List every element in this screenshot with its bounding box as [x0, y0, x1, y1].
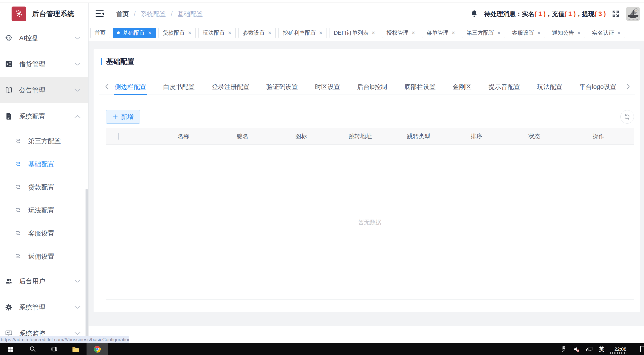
logo-row: 后台管理系统 — [0, 3, 88, 25]
status-url: https://admin.topcreditlnt.com/#/bussine… — [1, 337, 129, 342]
sidebar-item-basic-config[interactable]: 基础配置 — [0, 153, 88, 176]
tab-home[interactable]: 首页 — [90, 28, 110, 38]
subtab-whitepaper-config[interactable]: 白皮书配置 — [163, 83, 195, 91]
basic-config-card: 基础配置 侧边栏配置 白皮书配置 登录注册配置 验证码设置 时区设置 后台ip控… — [94, 49, 640, 312]
checkbox-icon[interactable] — [118, 133, 119, 140]
close-tab-icon[interactable] — [577, 30, 581, 36]
pending-messages: 待处理消息： 实名 ( 1 ) ， 充值 ( 1 ) ， 提现 ( 3 ) — [484, 10, 606, 18]
subtab-timezone-settings[interactable]: 时区设置 — [315, 83, 340, 91]
file-explorer-button[interactable] — [65, 343, 87, 355]
subtab-play-config[interactable]: 玩法配置 — [537, 83, 562, 91]
sidebar-item-announcements[interactable]: 公告管理 — [0, 77, 88, 103]
subtab-footer-settings[interactable]: 底部栏设置 — [404, 83, 436, 91]
close-tab-icon[interactable] — [412, 30, 415, 36]
robot-icon — [5, 34, 13, 42]
tab-label: 参数设置 — [243, 29, 265, 37]
tab-third-party-config[interactable]: 第三方配置 — [462, 28, 505, 38]
scroll-tabs-left-icon[interactable] — [104, 84, 110, 90]
close-tab-icon[interactable] — [319, 30, 323, 36]
sidebar-item-customer-service[interactable]: 客服设置 — [0, 222, 88, 245]
breadcrumb-home[interactable]: 首页 — [116, 10, 129, 18]
fullscreen-icon[interactable] — [612, 10, 620, 18]
clock-date-clipped — [610, 352, 626, 354]
tab-label: DEFI订单列表 — [334, 29, 369, 37]
search-button[interactable] — [22, 343, 43, 355]
sidebar-item-system-config[interactable]: 系统配置 — [0, 103, 88, 129]
close-tab-icon[interactable] — [228, 30, 231, 36]
sidebar-item-admin-users[interactable]: 后台用户 — [0, 268, 88, 294]
tab-label: 实名认证 — [592, 29, 614, 37]
sidebar-scrollbar[interactable] — [86, 189, 88, 342]
subtab-platform-logo-settings[interactable]: 平台logo设置 — [579, 83, 616, 91]
chevron-down-icon — [74, 88, 81, 92]
select-all-checkbox[interactable] — [106, 133, 131, 140]
table-toolbar: 新增 — [106, 110, 634, 124]
sidebar-item-label: 借贷管理 — [19, 60, 45, 69]
subtab-login-register-config[interactable]: 登录注册配置 — [212, 83, 249, 91]
subtab-captcha-settings[interactable]: 验证码设置 — [266, 83, 298, 91]
close-tab-icon[interactable] — [268, 30, 271, 36]
sidebar-item-ai-dashboard[interactable]: AI控盘 — [0, 25, 88, 51]
collapse-menu-icon[interactable] — [95, 10, 105, 18]
subtab-diamond-zone[interactable]: 金刚区 — [453, 83, 472, 91]
task-view-button[interactable] — [43, 343, 65, 355]
tab-play-config[interactable]: 玩法配置 — [198, 28, 236, 38]
sidebar-item-system-management[interactable]: 系统管理 — [0, 294, 88, 320]
close-tab-icon[interactable] — [537, 30, 541, 36]
branch-icon — [15, 138, 21, 144]
pending-msg-label: 充值 — [552, 10, 565, 18]
close-tab-icon[interactable] — [617, 30, 621, 36]
scroll-tabs-right-icon[interactable] — [625, 84, 631, 90]
sidebar: 后台管理系统 AI控盘 — [0, 3, 89, 343]
tab-notice[interactable]: 通知公告 — [548, 28, 585, 38]
chrome-button[interactable] — [87, 343, 108, 355]
bottom-white-strip — [89, 326, 644, 343]
subtab-admin-ip-control[interactable]: 后台ip控制 — [357, 83, 387, 91]
tab-real-name-auth[interactable]: 实名认证 — [588, 28, 625, 38]
close-tab-icon[interactable] — [188, 30, 191, 36]
sidebar-item-loan-config[interactable]: 贷款配置 — [0, 176, 88, 199]
sidebar-item-rebate-settings[interactable]: 返佣设置 — [0, 245, 88, 268]
sidebar-item-lending[interactable]: 借贷管理 — [0, 51, 88, 77]
tab-basic-config[interactable]: 基础配置 — [113, 28, 156, 38]
book-icon — [5, 86, 13, 94]
clock-time: 22:08 — [614, 346, 626, 352]
users-icon — [5, 277, 13, 285]
network-icon[interactable] — [586, 346, 593, 352]
subtab-sidebar-config[interactable]: 侧边栏配置 — [115, 83, 146, 91]
tab-mining-rate-config[interactable]: 挖矿利率配置 — [278, 28, 327, 38]
usb-device-icon[interactable] — [561, 346, 567, 352]
close-tab-icon[interactable] — [148, 30, 151, 36]
avatar[interactable]: P — [626, 7, 640, 21]
start-button[interactable] — [0, 343, 22, 355]
ime-language-indicator[interactable]: 英 — [599, 346, 604, 353]
volume-muted-icon[interactable] — [573, 346, 580, 352]
empty-data-text: 暂无数据 — [358, 218, 381, 226]
tab-authorization[interactable]: 授权管理 — [382, 28, 419, 38]
table-body-empty: 暂无数据 — [106, 145, 634, 300]
tray-overflow-icon[interactable] — [640, 346, 644, 352]
screen: 后台管理系统 AI控盘 — [0, 0, 644, 355]
tab-defi-orders[interactable]: DEFI订单列表 — [330, 28, 379, 38]
sidebar-item-play-config[interactable]: 玩法配置 — [0, 199, 88, 222]
tab-loan-config[interactable]: 贷款配置 — [158, 28, 196, 38]
refresh-button[interactable] — [620, 110, 634, 124]
breadcrumb-basic-config[interactable]: 基础配置 — [178, 10, 203, 18]
windows-taskbar: 英 22:08 — [0, 343, 644, 355]
subtab-alert-sound-config[interactable]: 提示音配置 — [489, 83, 520, 91]
close-tab-icon[interactable] — [372, 30, 375, 36]
breadcrumb-system-config[interactable]: 系统配置 — [141, 10, 166, 18]
taskbar-clock[interactable]: 22:08 — [610, 346, 626, 354]
branch-icon — [15, 253, 21, 260]
opened-tabs-bar: 首页 基础配置 贷款配置 玩法配置 参数设置 挖矿利率配置 DEFI订单列表 授… — [89, 25, 644, 41]
bell-icon[interactable] — [470, 10, 478, 18]
tab-menu-management[interactable]: 菜单管理 — [422, 28, 459, 38]
close-tab-icon[interactable] — [452, 30, 455, 36]
add-button[interactable]: 新增 — [106, 110, 140, 124]
tab-parameter-settings[interactable]: 参数设置 — [238, 28, 276, 38]
close-tab-icon[interactable] — [497, 30, 501, 36]
sidebar-item-third-party-config[interactable]: 第三方配置 — [0, 129, 88, 153]
tab-customer-service[interactable]: 客服设置 — [508, 28, 545, 38]
column-header-actions: 操作 — [563, 132, 634, 140]
branch-icon — [15, 184, 21, 190]
